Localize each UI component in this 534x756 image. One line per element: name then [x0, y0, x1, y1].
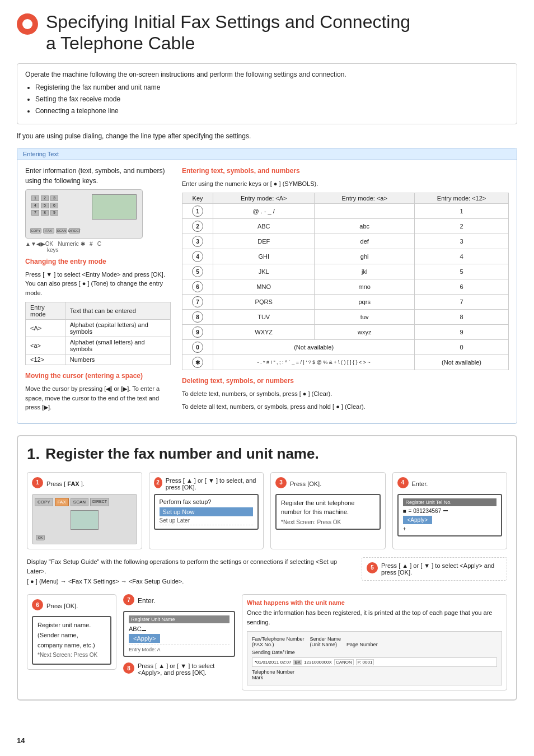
sym-0-12: 0 [415, 340, 509, 355]
scan-btn: SCAN [71, 498, 88, 506]
step-2-line2: Set up Later [160, 517, 254, 525]
fax-header-diagram: Fax/Telephone Number(FAX No.) Sender Nam… [247, 631, 502, 685]
key-8-circle: 8 [192, 311, 203, 323]
btn-fax: FAX [43, 228, 54, 234]
entry-mode-A-desc: Alphabet (capital letters) and symbols [65, 320, 170, 337]
key-0-circle: 0 [192, 342, 203, 353]
sym-1-a [315, 204, 415, 219]
entry-col-text: Text that can be entered [65, 302, 170, 320]
key-4-circle: 4 [192, 251, 203, 262]
fax-btn: FAX [55, 498, 69, 506]
sending-datetime: Sending Date/Time [252, 650, 295, 655]
entry-mode-a: <a> [26, 337, 65, 354]
step-7-mode: Entry Mode: A [129, 645, 229, 652]
sym-8-a: tuv [315, 310, 415, 325]
sym-8-A: TUV [213, 310, 315, 325]
key-2: 2 [41, 195, 49, 201]
step-7-num: 7 [123, 594, 134, 605]
step-3-screen: Register the unit telephone number for t… [275, 494, 381, 530]
step-4-text: Enter. [412, 480, 428, 487]
step-7-text: Enter. [138, 597, 155, 605]
table-row: 8 TUV tuv 8 [182, 310, 509, 325]
table-row: 7 PQRS pqrs 7 [182, 295, 509, 310]
entry-mode-table: Entry mode Text that can be entered <A> … [25, 302, 171, 365]
step-7-input: ABC [129, 626, 229, 632]
sym-6-A: MNO [213, 279, 315, 295]
step-7-area: 7 Enter. Register Unit Name ABC <Apply> … [123, 594, 235, 676]
step-4-screen: Register Unit Tel No. ■ = 031234567 <App… [397, 494, 503, 536]
et-intro: Enter information (text, symbols, and nu… [25, 166, 171, 186]
step-6-box: 6 Press [OK]. Register unit name. (Sende… [27, 594, 116, 669]
header-icon [17, 13, 38, 35]
copy-btn: COPY [35, 498, 53, 506]
what-happens-box: What happens with the unit name Once the… [242, 594, 507, 690]
device-screen-img [71, 510, 99, 530]
sym-3-12: 3 [415, 234, 509, 249]
step-3-box: 3 Press [OK]. Register the unit telephon… [270, 472, 386, 549]
sym-9-a: wxyz [315, 325, 415, 340]
sym-6-12: 6 [415, 279, 509, 295]
intro-bullet-2: Setting the fax receive mode [35, 94, 509, 105]
step-4-num: 4 [397, 477, 409, 488]
ok-btn: OK [36, 535, 45, 540]
key-2-circle: 2 [192, 221, 203, 232]
fax-tel-label: Fax/Telephone Number(FAX No.) [252, 636, 305, 647]
step-2-num: 2 [154, 477, 162, 488]
step-3-text: Press [OK]. [290, 480, 321, 487]
step-4-apply: <Apply> [403, 516, 433, 524]
intro-box: Operate the machine following the on-scr… [17, 63, 517, 124]
moving-cursor-text: Move the cursor by pressing [◀] or [▶]. … [25, 384, 171, 412]
sym-5-A: JKL [213, 264, 315, 279]
sym-9-12: 9 [415, 325, 509, 340]
sample-page: P. 0001 [356, 659, 374, 665]
step-5-num: 5 [367, 562, 378, 573]
key-8: 8 [41, 210, 49, 216]
table-row: 3 DEF def 3 [182, 234, 509, 249]
sym-5-a: jkl [315, 264, 415, 279]
step-4-input-row: ■ = 031234567 [403, 508, 497, 514]
sym-4-a: ghi [315, 249, 415, 264]
table-row: 9 WXYZ wxyz 9 [182, 325, 509, 340]
step-3-note: *Next Screen: Press OK [281, 519, 375, 525]
what-happens-text: Once the information has been registered… [247, 608, 502, 627]
sym-col-key: Key [182, 193, 213, 204]
sym-7-A: PQRS [213, 295, 315, 310]
sym-2-12: 2 [415, 219, 509, 234]
key-9-circle: 9 [192, 326, 203, 338]
sym-8-12: 8 [415, 310, 509, 325]
sym-col-a: Entry mode: <a> [315, 193, 415, 204]
info-note: Display "Fax Setup Guide" with the follo… [27, 557, 355, 587]
deleting-text1: To delete text, numbers, or symbols, pre… [182, 389, 509, 399]
btn-scan: SCAN [56, 228, 67, 234]
device-image: COPY FAX SCAN DIRECT 1 2 3 4 5 6 7 8 9 [25, 189, 143, 239]
entry-mode-12-desc: Numbers [65, 354, 170, 365]
sym-1-12: 1 [415, 204, 509, 219]
key-3: 3 [50, 195, 58, 201]
fax-sample-line: *01/01/2011 02:07 BK 1231000000X CANON P… [252, 657, 497, 667]
sender-name-label: Sender Name(Unit Name) [310, 636, 341, 647]
sym-2-a: abc [315, 219, 415, 234]
key-7-circle: 7 [192, 296, 203, 307]
step-1-device: COPY FAX SCAN DIRECT OK [32, 494, 137, 544]
table-row: 5 JKL jkl 5 [182, 264, 509, 279]
sym-4-A: GHI [213, 249, 315, 264]
intro-lead: Operate the machine following the on-scr… [25, 69, 509, 80]
step-1-num: 1 [32, 477, 43, 488]
sym-5-12: 5 [415, 264, 509, 279]
step-4-title-bar: Register Unit Tel No. [403, 498, 497, 506]
step-6-note: *Next Screen: Press OK [38, 652, 97, 658]
step-6-num: 6 [32, 599, 43, 610]
table-row: 6 MNO mno 6 [182, 279, 509, 295]
page-header: Specifying Initial Fax Settings and Conn… [17, 11, 517, 54]
table-row: 2 ABC abc 2 [182, 219, 509, 234]
step-7-title-bar: Register Unit Name [129, 615, 229, 623]
entering-text-right: Entering text, symbols, and numbers Ente… [182, 166, 509, 416]
sym-3-a: def [315, 234, 415, 249]
sym-star-notavail: (Not available) [415, 355, 509, 370]
key-7: 7 [31, 210, 39, 216]
sym-2-A: ABC [213, 219, 315, 234]
step-4-box: 4 Enter. Register Unit Tel No. ■ = 03123… [392, 472, 508, 549]
section1-number: 1. [27, 445, 40, 463]
step-3-num: 3 [275, 477, 287, 488]
step-6-text: Press [OK]. [46, 603, 78, 609]
